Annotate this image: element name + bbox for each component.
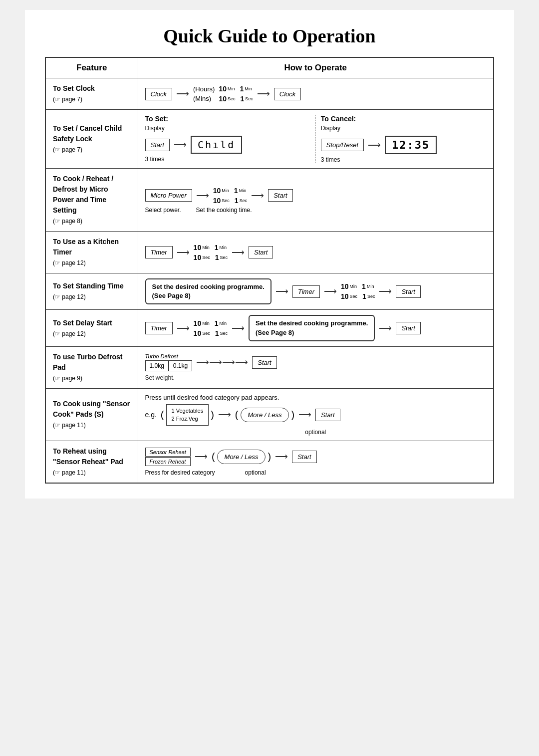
- turbo-defrost-box: Turbo Defrost 1.0kg 0.1kg: [145, 353, 193, 371]
- arrow-icon: ⟶: [196, 190, 209, 201]
- micro-row: Micro Power ⟶ 10 Min 1 Min 10: [145, 187, 487, 205]
- turbo-01kg-button[interactable]: 0.1kg: [169, 360, 192, 371]
- set-desired-box-delay: Set the desired cooking programme. (See …: [249, 315, 375, 341]
- sensor-cook-content: Press until desired food category pad ap…: [145, 394, 487, 436]
- frozen-reheat-button[interactable]: Frozen Reheat: [145, 457, 191, 466]
- how-sensor-reheat: Sensor Reheat Frozen Reheat ⟶ ( More / L…: [138, 441, 494, 483]
- start-button[interactable]: Start: [145, 139, 170, 151]
- arrow-icon: ⟶: [368, 140, 381, 151]
- how-child-safety: To Set: Display Start ⟶ Chıld 3 times To…: [138, 110, 494, 169]
- arrow-icon: ⟶: [195, 451, 208, 462]
- start-button[interactable]: Start: [252, 356, 276, 369]
- feature-sensor-reheat: To Reheat using "Sensor Reheat" Pad (☞ p…: [45, 441, 138, 483]
- turbo-row-content: Turbo Defrost 1.0kg 0.1kg ⟶⟶⟶⟶ Start: [145, 353, 487, 371]
- table-row: To Cook using "Sensor Cook" Pads (S) (☞ …: [45, 388, 494, 441]
- arrow-icon: ⟶: [324, 286, 337, 297]
- how-set-clock: Clock ⟶ (Hours) (Mins) 10 Min 1: [138, 78, 494, 110]
- delay-row-content: Timer ⟶ 10 Min 1 Min 10: [145, 315, 487, 341]
- feature-sensor-cook: To Cook using "Sensor Cook" Pads (S) (☞ …: [45, 388, 138, 441]
- micro-time-dials: 10 Min 1 Min 10 Sec 1 Se: [213, 187, 247, 205]
- arrow-icon: ⟶: [232, 323, 245, 334]
- start-button[interactable]: Start: [268, 189, 292, 202]
- guide-table: Feature How to Operate To Set Clock (☞ p…: [45, 57, 494, 484]
- how-turbo-defrost: Turbo Defrost 1.0kg 0.1kg ⟶⟶⟶⟶ Start Set…: [138, 346, 494, 388]
- how-standing-time: Set the desired cooking programme. (See …: [138, 273, 494, 310]
- turbo-buttons: 1.0kg 0.1kg: [145, 360, 193, 371]
- more-less-button[interactable]: More / Less: [241, 408, 289, 422]
- page-title: Quick Guide to Operation: [45, 25, 494, 47]
- set-desired-box: Set the desired cooking programme. (See …: [145, 278, 271, 304]
- arrow-icon: ⟶: [379, 286, 392, 297]
- timer-button[interactable]: Timer: [292, 285, 320, 298]
- child-set-section: To Set: Display Start ⟶ Chıld 3 times: [145, 115, 316, 163]
- how-micro-power: Micro Power ⟶ 10 Min 1 Min 10: [138, 169, 494, 232]
- clock-button[interactable]: Clock: [145, 88, 173, 100]
- page: Quick Guide to Operation Feature How to …: [25, 10, 514, 499]
- table-row: To Use as a Kitchen Timer (☞ page 12) Ti…: [45, 232, 494, 273]
- start-button[interactable]: Start: [396, 285, 420, 298]
- arrow-icon: ⟶: [275, 286, 288, 297]
- feature-micro-power: To Cook / Reheat / Defrost by Micro Powe…: [45, 169, 138, 232]
- how-sensor-cook: Press until desired food category pad ap…: [138, 388, 494, 441]
- timer-dials: 10 Min 1 Min 10 Sec 1 Se: [194, 244, 228, 261]
- more-less-button[interactable]: More / Less: [217, 450, 266, 464]
- turbo-1kg-button[interactable]: 1.0kg: [145, 360, 169, 371]
- child-display: Chıld: [191, 136, 242, 154]
- sensor-cook-items: 1 Vegetables 2 Froz.Veg: [166, 404, 209, 426]
- table-row: To Set Delay Start (☞ page 12) Timer ⟶ 1…: [45, 310, 494, 346]
- timer-button[interactable]: Timer: [145, 322, 173, 334]
- table-row: To Cook / Reheat / Defrost by Micro Powe…: [45, 169, 494, 232]
- start-button[interactable]: Start: [292, 451, 316, 463]
- arrow-icon: ⟶⟶⟶⟶: [196, 357, 248, 368]
- start-button[interactable]: Start: [249, 246, 273, 258]
- arrow-icon: ⟶: [174, 139, 187, 150]
- how-kitchen-timer: Timer ⟶ 10 Min 1 Min 10: [138, 232, 494, 273]
- feature-delay-start: To Set Delay Start (☞ page 12): [45, 310, 138, 346]
- child-cancel-section: To Cancel: Display Stop/Reset ⟶ 12:35 3 …: [316, 115, 486, 163]
- standing-dials: 10 Min 1 Min 10 Sec 1 Se: [341, 282, 375, 300]
- sensor-reheat-buttons: Sensor Reheat Frozen Reheat: [145, 448, 191, 466]
- arrow-icon: ⟶: [177, 323, 190, 334]
- how-delay-start: Timer ⟶ 10 Min 1 Min 10: [138, 310, 494, 346]
- standing-row-content: Set the desired cooking programme. (See …: [145, 278, 487, 304]
- arrow-icon: ⟶: [232, 247, 245, 258]
- child-cancel-sub: Stop/Reset ⟶ 12:35: [321, 136, 486, 154]
- child-cancel-display: 12:35: [385, 136, 437, 154]
- table-row: To Reheat using "Sensor Reheat" Pad (☞ p…: [45, 441, 494, 483]
- child-set-sub: Start ⟶ Chıld: [145, 136, 310, 154]
- feature-set-clock: To Set Clock (☞ page 7): [45, 78, 138, 110]
- table-row: To use Turbo Defrost Pad (☞ page 9) Turb…: [45, 346, 494, 388]
- hours-mins-label: (Hours) (Mins): [193, 85, 215, 102]
- feature-kitchen-timer: To Use as a Kitchen Timer (☞ page 12): [45, 232, 138, 273]
- arrow-icon: ⟶: [218, 409, 231, 420]
- sensor-reheat-button[interactable]: Sensor Reheat: [145, 448, 191, 457]
- table-row: To Set Standing Time (☞ page 12) Set the…: [45, 273, 494, 310]
- time-dials: 10 Min 1 Min 10 Sec 1 Se: [219, 85, 253, 103]
- timer-row-content: Timer ⟶ 10 Min 1 Min 10: [145, 244, 487, 261]
- micro-power-button[interactable]: Micro Power: [145, 189, 192, 202]
- header-how: How to Operate: [138, 57, 494, 78]
- child-safety-row: To Set: Display Start ⟶ Chıld 3 times To…: [145, 115, 487, 163]
- sensor-cook-row: e.g. ( 1 Vegetables 2 Froz.Veg ) ⟶ ( Mor…: [145, 404, 487, 426]
- arrow-icon: ⟶: [257, 88, 270, 99]
- arrow-icon: ⟶: [176, 88, 189, 99]
- arrow-icon: ⟶: [251, 190, 264, 201]
- stop-reset-button[interactable]: Stop/Reset: [321, 139, 364, 151]
- table-row: To Set / Cancel Child Safety Lock (☞ pag…: [45, 110, 494, 169]
- sensor-reheat-row: Sensor Reheat Frozen Reheat ⟶ ( More / L…: [145, 448, 487, 466]
- start-button[interactable]: Start: [396, 322, 420, 334]
- start-button[interactable]: Start: [315, 409, 340, 421]
- clock-button-end[interactable]: Clock: [274, 88, 301, 100]
- reheat-sub-labels: Press for desired category optional: [145, 469, 487, 476]
- arrow-icon: ⟶: [298, 409, 311, 420]
- feature-turbo-defrost: To use Turbo Defrost Pad (☞ page 9): [45, 346, 138, 388]
- timer-button[interactable]: Timer: [145, 246, 173, 258]
- header-feature: Feature: [45, 57, 138, 78]
- arrow-icon: ⟶: [379, 323, 392, 334]
- table-row: To Set Clock (☞ page 7) Clock ⟶ (Hours) …: [45, 78, 494, 110]
- arrow-icon: ⟶: [177, 247, 190, 258]
- feature-standing-time: To Set Standing Time (☞ page 12): [45, 273, 138, 310]
- micro-sub-labels: Select power. Set the cooking time.: [145, 207, 487, 214]
- clock-row-content: Clock ⟶ (Hours) (Mins) 10 Min 1: [145, 85, 487, 103]
- arrow-icon: ⟶: [275, 451, 288, 462]
